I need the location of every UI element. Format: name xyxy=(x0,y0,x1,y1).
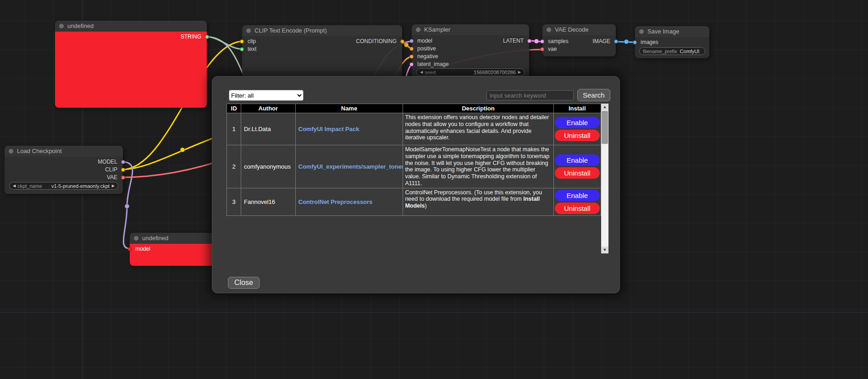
input-label-negative: negative xyxy=(417,53,438,60)
output-dot-image[interactable] xyxy=(614,39,618,44)
node-clip-text-encode[interactable]: CLIP Text Encode (Prompt) clip text COND… xyxy=(242,25,402,80)
ckpt-next-icon[interactable]: ▶ xyxy=(112,182,115,189)
filter-select[interactable]: Filter: all xyxy=(229,90,304,101)
cell-author: Fannovel16 xyxy=(241,188,295,215)
output-dot-latent[interactable] xyxy=(527,39,531,43)
collapse-dot-icon[interactable] xyxy=(547,27,551,32)
output-label-string: STRING xyxy=(181,33,201,40)
ckpt-prev-icon[interactable]: ◀ xyxy=(13,182,16,189)
node-title-bar[interactable]: Save Image xyxy=(635,26,709,37)
comfyui-canvas[interactable]: undefined STRING CLIP Text Encode (Promp… xyxy=(0,0,868,379)
uninstall-button[interactable]: Uninstall xyxy=(555,167,600,179)
node-vae-decode[interactable]: VAE Decode samples vae IMAGE xyxy=(542,24,616,56)
collapse-dot-icon[interactable] xyxy=(9,149,13,154)
input-dot-model[interactable] xyxy=(127,247,132,251)
node-title-bar[interactable]: VAE Decode xyxy=(542,24,616,35)
node-ksampler[interactable]: KSampler model positive negative latent_… xyxy=(412,24,529,81)
input-label-model: model xyxy=(417,38,432,44)
node-title-text: CLIP Text Encode (Prompt) xyxy=(254,27,327,34)
node-save-image[interactable]: Save Image images filename_prefix ComfyU… xyxy=(635,26,709,58)
link-dot-clip xyxy=(180,148,185,152)
node-undefined-top[interactable]: undefined STRING xyxy=(55,21,207,108)
scroll-down-icon[interactable]: ▼ xyxy=(601,247,608,253)
seed-decrement-icon[interactable]: ◀ xyxy=(420,69,423,76)
enable-button[interactable]: Enable xyxy=(555,117,600,128)
scrollbar-thumb[interactable] xyxy=(602,111,608,144)
extension-table: ID Author Name Description Install 1 Dr.… xyxy=(227,104,601,216)
enable-button[interactable]: Enable xyxy=(555,190,600,201)
cell-name: ComfyUI_experiments/sampler_tonemap xyxy=(295,145,403,188)
ckpt-name-label: ckpt_name xyxy=(17,183,42,189)
input-label-images: images xyxy=(641,39,658,45)
node-title-bar[interactable]: KSampler xyxy=(412,24,529,35)
cell-description: ModelSamplerTonemapNoiseTest a node that… xyxy=(403,145,553,188)
input-dot-positive[interactable] xyxy=(409,47,414,51)
scroll-up-icon[interactable]: ▲ xyxy=(601,104,608,110)
cell-name: ComfyUI Impact Pack xyxy=(295,113,403,145)
ckpt-name-widget[interactable]: ◀ ckpt_name v1-5-pruned-emaonly.ckpt ▶ xyxy=(9,182,118,190)
header-author: Author xyxy=(241,104,295,113)
input-dot-latent-image[interactable] xyxy=(409,62,414,66)
output-dot-model[interactable] xyxy=(121,160,125,164)
seed-widget-label: seed xyxy=(425,70,436,75)
input-label-model: model xyxy=(135,246,150,252)
cell-description: ControlNet Preprocessors. (To use this e… xyxy=(403,188,553,215)
collapse-dot-icon[interactable] xyxy=(134,236,138,241)
output-label-clip: CLIP xyxy=(105,166,117,173)
cell-id: 2 xyxy=(227,145,241,188)
cell-author: Dr.Lt.Data xyxy=(241,113,295,145)
node-title-text: undefined xyxy=(142,235,168,242)
search-input[interactable] xyxy=(487,90,574,100)
link-dot-conditioning xyxy=(404,43,409,47)
node-load-checkpoint[interactable]: Load Checkpoint MODEL CLIP VAE ◀ ckpt_na… xyxy=(5,146,123,194)
filename-prefix-value: ComfyUI xyxy=(680,49,699,54)
collapse-dot-icon[interactable] xyxy=(246,28,251,33)
collapse-dot-icon[interactable] xyxy=(416,27,420,32)
input-dot-negative[interactable] xyxy=(409,55,414,59)
extension-name-link[interactable]: ComfyUI_experiments/sampler_tonemap xyxy=(299,163,403,170)
collapse-dot-icon[interactable] xyxy=(639,29,644,34)
output-label-image: IMAGE xyxy=(592,38,610,44)
input-dot-text[interactable] xyxy=(240,47,244,51)
extension-name-link[interactable]: ControlNet Preprocessors xyxy=(299,198,373,205)
table-row: 1 Dr.Lt.Data ComfyUI Impact Pack This ex… xyxy=(227,113,601,145)
uninstall-button[interactable]: Uninstall xyxy=(555,130,600,141)
collapse-dot-icon[interactable] xyxy=(59,24,64,28)
description-text: ) xyxy=(425,203,426,209)
search-button[interactable]: Search xyxy=(577,89,610,101)
seed-increment-icon[interactable]: ▶ xyxy=(518,69,521,76)
output-dot-clip[interactable] xyxy=(121,168,125,172)
output-label-model: MODEL xyxy=(98,159,117,165)
input-dot-model[interactable] xyxy=(409,39,414,43)
seed-widget[interactable]: ◀ seed 156680208700286 ▶ xyxy=(416,68,525,76)
input-label-samples: samples xyxy=(548,38,569,44)
node-title-text: Load Checkpoint xyxy=(17,148,62,154)
cell-name: ControlNet Preprocessors xyxy=(295,188,403,215)
enable-button[interactable]: Enable xyxy=(555,154,600,166)
uninstall-button[interactable]: Uninstall xyxy=(555,203,600,214)
header-install: Install xyxy=(553,104,601,113)
input-dot-images[interactable] xyxy=(633,40,637,44)
cell-install: Enable Uninstall xyxy=(553,113,601,145)
node-title-bar[interactable]: undefined xyxy=(55,21,207,32)
extension-name-link[interactable]: ComfyUI Impact Pack xyxy=(299,126,359,132)
close-button[interactable]: Close xyxy=(228,277,260,289)
output-dot-string[interactable] xyxy=(205,35,209,39)
input-dot-clip[interactable] xyxy=(240,39,244,44)
seed-widget-value: 156680208700286 xyxy=(474,70,516,75)
input-dot-vae[interactable] xyxy=(540,47,544,51)
filename-prefix-widget[interactable]: filename_prefix ComfyUI xyxy=(639,47,705,55)
node-title-bar[interactable]: Load Checkpoint xyxy=(5,146,123,157)
input-dot-samples[interactable] xyxy=(540,39,544,44)
output-dot-conditioning[interactable] xyxy=(400,39,404,44)
ckpt-name-value: v1-5-pruned-emaonly.ckpt xyxy=(51,183,110,189)
header-id: ID xyxy=(227,104,241,113)
table-scrollbar[interactable]: ▲ ▼ xyxy=(601,104,608,253)
description-text: ControlNet Preprocessors. (To use this e… xyxy=(405,189,542,203)
table-header-row: ID Author Name Description Install xyxy=(227,104,601,113)
output-label-conditioning: CONDITIONING xyxy=(356,38,397,44)
node-title-bar[interactable]: CLIP Text Encode (Prompt) xyxy=(242,25,402,36)
output-dot-vae[interactable] xyxy=(121,176,125,180)
input-label-text: text xyxy=(248,46,256,52)
extension-manager-dialog: Filter: all Search ID Author Name Descri… xyxy=(212,76,620,293)
